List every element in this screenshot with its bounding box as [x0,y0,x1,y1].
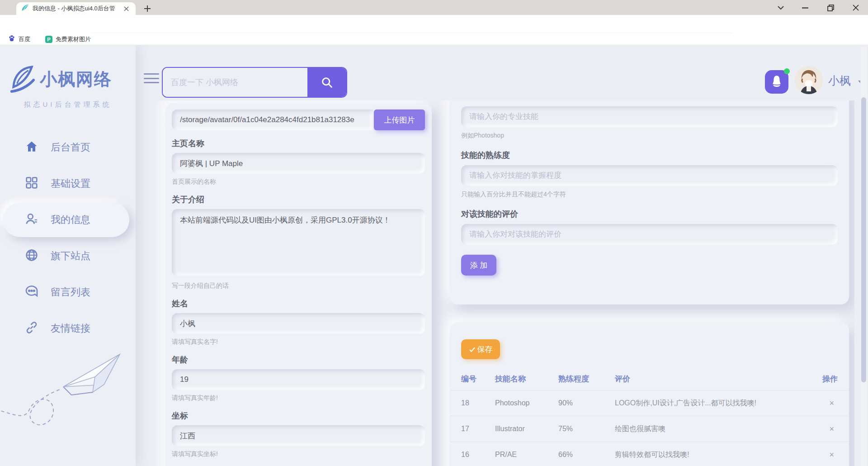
qq-penguin-icon [770,75,783,89]
bookmark-label: 免费素材图片 [56,35,91,43]
age-label: 年龄 [172,354,425,365]
cell-level: 90% [558,399,615,407]
p-badge-icon: P [45,36,52,43]
about-textarea[interactable]: 本站前端源代码以及UI图由小枫原创，采用GPL3.0开源协议！ [172,209,425,276]
window-close-button[interactable] [849,2,863,14]
skills-table-card: 保存 编号 技能名称 熟练程度 评价 操作 18 Photoshop 90% L… [450,322,849,466]
bookmark-free-images[interactable]: P 免费素材图片 [45,34,91,44]
skill-helper: 例如Photoshop [461,132,838,140]
delete-row-icon[interactable]: × [802,450,838,460]
tab-title: 我的信息 - 小枫拟态ui4.0后台管 [33,5,118,13]
baidu-paw-icon [8,35,15,43]
search-input[interactable] [163,68,307,97]
sidebar-item-label: 留言列表 [51,285,90,299]
upload-image-button[interactable]: 上传图片 [374,109,425,130]
globe-icon [24,248,39,264]
col-skill: 技能名称 [495,374,558,384]
cell-skill: PR/AE [495,451,558,459]
about-label: 关于介绍 [172,194,425,205]
notification-badge [784,68,790,74]
name-helper: 请填写真实名字! [172,338,425,346]
cell-level: 75% [558,425,615,433]
cell-id: 17 [461,425,495,433]
sidebar-item-my-info[interactable]: 我的信息 [0,202,136,238]
name-label: 姓名 [172,298,425,309]
sidebar-item-label: 后台首页 [51,141,90,154]
username[interactable]: 小枫 [828,73,851,88]
location-helper: 请填写真实坐标! [172,450,425,458]
sidebar: 小枫网络 拟态UI后台管理系统 后台首页 基础设置 我的信息 [0,45,136,466]
home-name-input[interactable] [172,153,425,174]
user-icon [24,212,39,228]
avatar-path-input[interactable] [172,109,373,130]
search-button[interactable] [307,68,346,97]
delete-row-icon[interactable]: × [802,399,838,408]
age-helper: 请填写真实年龄! [172,394,425,402]
home-name-label: 主页名称 [172,138,425,149]
home-name-helper: 首页展示的名称 [172,178,425,186]
cell-review: LOGO制作,UI设计,广告设计...都可以找我噢! [615,399,802,408]
paper-plane-decoration [0,342,136,446]
skill-level-input[interactable] [461,165,838,186]
skill-level-helper: 只能输入百分比并且不能超过4个字符 [461,190,838,199]
table-header: 编号 技能名称 熟练程度 评价 操作 [450,367,849,390]
page-scrollbar[interactable] [860,45,867,466]
scrollbar-thumb[interactable] [861,97,866,382]
skill-name-input[interactable] [461,106,838,127]
check-icon [469,346,476,353]
location-input[interactable] [172,425,425,446]
sidebar-item-home[interactable]: 后台首页 [0,129,136,166]
skill-review-input[interactable] [461,224,838,245]
table-row: 18 Photoshop 90% LOGO制作,UI设计,广告设计...都可以找… [450,390,849,416]
search-icon [321,76,333,89]
sidebar-item-label: 友情链接 [51,322,90,335]
favicon-leaf-icon [21,4,29,14]
about-helper: 写一段介绍自己的话 [172,282,425,290]
save-button[interactable]: 保存 [461,339,500,359]
search-box [162,67,347,98]
table-row: 16 PR/AE 66% 剪辑特效都可以找我噢! × [450,442,849,466]
col-review: 评价 [615,374,802,384]
bookmark-label: 百度 [19,35,30,43]
sidebar-item-label: 基础设置 [51,177,90,190]
content-area: 上传图片 主页名称 首页展示的名称 关于介绍 本站前端源代码以及UI图由小枫原创… [136,100,854,466]
save-button-label: 保存 [477,344,493,355]
bookmarks-bar: 百度 P 免费素材图片 [0,33,868,45]
sidebar-item-messages[interactable]: 留言列表 [0,274,136,310]
skill-level-label: 技能的熟练度 [461,150,838,161]
comment-icon [24,284,39,300]
logo: 小枫网络 [8,64,112,94]
cell-skill: Illustrator [495,425,558,433]
col-actions: 操作 [802,374,838,384]
cell-level: 66% [558,451,615,459]
browser-titlebar: 我的信息 - 小枫拟态ui4.0后台管 [0,0,868,15]
bookmark-baidu[interactable]: 百度 [8,34,30,44]
col-level: 熟练程度 [558,374,615,384]
window-minimize-button[interactable] [798,2,812,14]
tab-close-icon[interactable] [122,5,130,13]
cell-review: 剪辑特效都可以找我噢! [615,450,802,460]
sidebar-menu: 后台首页 基础设置 我的信息 旗下站点 [0,129,136,347]
name-input[interactable] [172,313,425,334]
delete-row-icon[interactable]: × [802,424,838,434]
menu-toggle-icon[interactable] [144,73,159,83]
sidebar-item-settings[interactable]: 基础设置 [0,166,136,202]
col-id: 编号 [461,374,495,384]
cell-review: 绘图也很腻害噢 [615,424,802,434]
sidebar-item-label: 我的信息 [51,213,90,227]
logo-title: 小枫网络 [40,68,112,91]
logo-leaf-icon [8,64,36,94]
tab-search-chevron-icon[interactable] [774,2,788,14]
add-skill-button[interactable]: 添 加 [461,255,496,276]
window-restore-button[interactable] [824,2,837,14]
cell-id: 16 [461,451,495,459]
avatar[interactable] [795,66,823,94]
browser-tab[interactable]: 我的信息 - 小枫拟态ui4.0后台管 [16,2,136,15]
home-icon [24,139,39,156]
add-skill-card: 例如Photoshop 技能的熟练度 只能输入百分比并且不能超过4个字符 对该技… [450,100,849,304]
sidebar-item-links[interactable]: 友情链接 [0,310,136,347]
age-input[interactable] [172,369,425,390]
admin-page: 小枫网络 拟态UI后台管理系统 后台首页 基础设置 我的信息 [0,45,868,466]
sidebar-item-sites[interactable]: 旗下站点 [0,238,136,274]
new-tab-button[interactable] [142,3,153,14]
